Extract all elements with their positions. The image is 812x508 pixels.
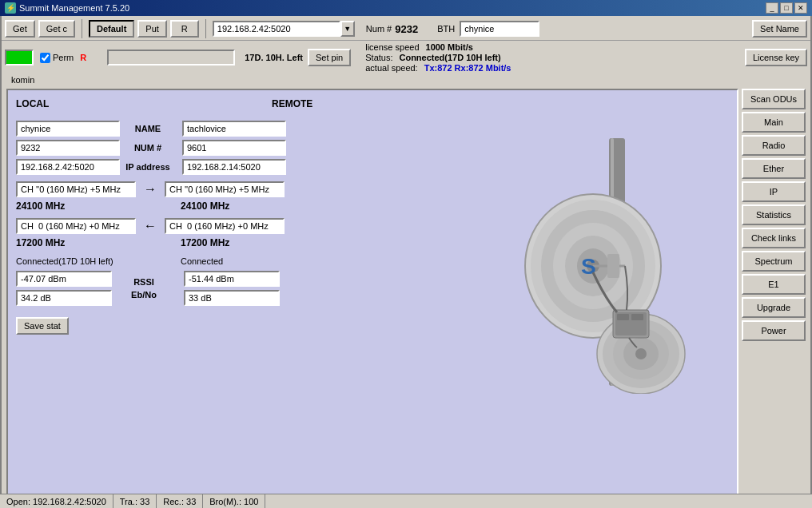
e1-button[interactable]: E1 (742, 274, 806, 295)
actual-speed-label: actual speed: (365, 63, 417, 73)
local-status: Connected(17D 10H left) (16, 256, 136, 266)
local-ip-input[interactable] (16, 159, 120, 175)
local-ch1-input[interactable] (16, 181, 136, 197)
main-button[interactable]: Main (742, 112, 806, 133)
progress-input (107, 50, 235, 65)
remote-ebno-input[interactable] (184, 290, 280, 306)
arrow-right: → (144, 182, 157, 196)
ip-field-label: IP address (120, 162, 176, 172)
statusbar-rec: Rec.: 33 (157, 494, 203, 508)
remote-ip-input[interactable] (182, 159, 286, 175)
ether-button[interactable]: Ether (742, 158, 806, 179)
r-button[interactable]: R (170, 20, 199, 38)
maximize-button[interactable]: □ (780, 2, 793, 14)
svg-point-16 (635, 348, 647, 359)
remote-num-input[interactable] (182, 140, 286, 156)
local-title: LOCAL (16, 98, 192, 109)
license-key-button[interactable]: License key (745, 49, 807, 66)
put-button[interactable]: Put (137, 20, 167, 38)
remote-ch1-input[interactable] (165, 181, 285, 197)
local-num-input[interactable] (16, 140, 120, 156)
antenna-illustration: S (505, 106, 729, 394)
local-rssi-input[interactable] (16, 271, 112, 287)
actual-speed-value: Tx:872 Rx:872 Mbit/s (424, 63, 511, 73)
license-speed-label: license speed (365, 42, 419, 52)
separator1 (82, 19, 82, 38)
license-speed-value: 1000 Mbit/s (426, 42, 473, 52)
svg-rect-11 (607, 254, 619, 278)
toolbar-row1: Get Get c Default Put R ▼ Num # 9232 BTH… (2, 16, 810, 41)
ip-dropdown: ▼ (213, 21, 355, 37)
arrow-left: ← (144, 219, 157, 233)
komin-label: komin (6, 75, 39, 85)
close-button[interactable]: ✕ (794, 2, 807, 14)
remote-title: REMOTE (272, 98, 448, 109)
bth-label: BTH (437, 24, 455, 34)
name-input[interactable] (460, 21, 539, 37)
ip-input[interactable] (213, 21, 340, 37)
perm-checkbox-label[interactable]: Perm (40, 53, 74, 63)
ip-button[interactable]: IP (742, 181, 806, 202)
main-window: Get Get c Default Put R ▼ Num # 9232 BTH… (0, 16, 812, 508)
num-value: 9232 (395, 23, 418, 35)
side-buttons-panel: Scan ODUs Main Radio Ether IP Statistics… (742, 89, 806, 501)
status-label: Status: (365, 53, 392, 62)
remote-freq2: 17200 MHz (181, 237, 301, 248)
r2-label: R (80, 53, 86, 62)
getc-button[interactable]: Get c (38, 20, 75, 38)
timer-label: 17D. 10H. Left (245, 53, 303, 62)
remote-status: Connected (181, 256, 301, 266)
local-name-input[interactable] (16, 121, 120, 137)
status-value: Connected(17D 10H left) (399, 53, 500, 62)
get-button[interactable]: Get (5, 20, 35, 38)
perm-label: Perm (53, 53, 74, 62)
komin-row: komin (2, 74, 810, 85)
svg-rect-19 (617, 314, 629, 320)
spectrum-button[interactable]: Spectrum (742, 251, 806, 272)
statusbar-tra: Tra.: 33 (113, 494, 157, 508)
radio-button[interactable]: Radio (742, 135, 806, 156)
num-label: Num # (366, 24, 392, 34)
name-field-label: NAME (120, 124, 176, 133)
perm-checkbox[interactable] (40, 53, 50, 63)
content-area: LOCAL REMOTE NAME NUM # (2, 85, 810, 504)
svg-rect-20 (631, 314, 643, 320)
num-field-label: NUM # (120, 143, 176, 153)
toolbar-row2: Perm R 17D. 10H. Left Set pin license sp… (2, 41, 810, 74)
save-stat-button[interactable]: Save stat (16, 317, 69, 335)
statusbar-bro: Bro(M).: 100 (203, 494, 265, 508)
rssi-label: RSSI (133, 277, 154, 287)
local-ch2-input[interactable] (16, 218, 136, 234)
remote-ch2-input[interactable] (165, 218, 285, 234)
window-controls: _ □ ✕ (766, 2, 807, 14)
set-name-button[interactable]: Set Name (752, 20, 807, 38)
local-freq2: 17200 MHz (16, 237, 136, 248)
status-bar: Open: 192.168.2.42:5020 Tra.: 33 Rec.: 3… (0, 494, 812, 508)
separator2 (205, 19, 206, 38)
remote-name-input[interactable] (182, 121, 286, 137)
statistics-button[interactable]: Statistics (742, 204, 806, 225)
title-bar: ⚡ Summit Management 7.5.20 _ □ ✕ (0, 0, 812, 16)
default-button[interactable]: Default (89, 20, 134, 38)
set-pin-button[interactable]: Set pin (308, 49, 351, 66)
scan-odus-button[interactable]: Scan ODUs (742, 89, 806, 109)
upgrade-button[interactable]: Upgrade (742, 297, 806, 318)
ip-dropdown-arrow[interactable]: ▼ (340, 21, 355, 37)
local-ebno-input[interactable] (16, 290, 112, 306)
status-indicator (5, 50, 34, 65)
app-icon: ⚡ (5, 2, 16, 14)
ebno-label: Eb/No (131, 290, 157, 300)
window-title: Summit Management 7.5.20 (19, 3, 129, 13)
check-links-button[interactable]: Check links (742, 228, 806, 248)
remote-freq1: 24100 MHz (181, 200, 301, 212)
statusbar-open: Open: 192.168.2.42:5020 (0, 494, 113, 508)
local-freq1: 24100 MHz (16, 200, 136, 212)
minimize-button[interactable]: _ (766, 2, 778, 14)
remote-rssi-input[interactable] (184, 271, 280, 287)
power-button[interactable]: Power (742, 320, 806, 341)
main-panel: LOCAL REMOTE NAME NUM # (6, 89, 738, 501)
